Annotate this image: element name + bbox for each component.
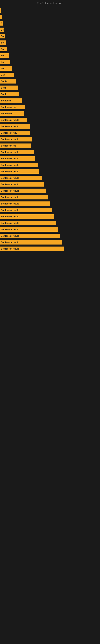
- bar-row: Bott: [0, 72, 100, 78]
- bar-row: Bo: [0, 59, 100, 65]
- bar-row: Bottleneck res: [0, 143, 100, 148]
- site-title: TheBottlenecker.com: [0, 0, 100, 6]
- bar-label-33: Bottleneck result: [1, 215, 19, 218]
- bar-label-32: Bottleneck result: [1, 209, 19, 211]
- bar-22: Bottleneck res: [0, 144, 31, 148]
- bar-19: Bottleneck result: [0, 124, 30, 128]
- bar-28: Bottleneck result: [0, 182, 44, 186]
- bar-3: B: [0, 21, 3, 26]
- bar-label-37: Bottleneck result: [1, 241, 19, 244]
- bars-container: BBoBoBoBoBoBoBotBottBottleBottlBottleBot…: [0, 6, 100, 252]
- bar-24: Bottleneck result: [0, 156, 35, 161]
- bar-row: Bottlenec: [0, 98, 100, 104]
- bar-label-17: Bottleneck: [1, 112, 12, 115]
- bar-label-13: Bottl: [1, 86, 6, 89]
- bar-row: Bottle: [0, 78, 100, 84]
- bar-17: Bottleneck: [0, 111, 24, 116]
- bar-25: Bottleneck result: [0, 163, 38, 167]
- bar-34: Bottleneck result: [0, 221, 56, 225]
- bar-label-38: Bottleneck result: [1, 248, 19, 250]
- bar-row: Bottleneck res: [0, 104, 100, 110]
- bar-label-26: Bottleneck result: [1, 170, 19, 173]
- bar-row: Bottleneck result: [0, 246, 100, 252]
- bar-row: [0, 8, 100, 13]
- bar-label-15: Bottlenec: [1, 100, 11, 102]
- bar-row: Bottleneck result: [0, 182, 100, 187]
- bar-14: Bottle: [0, 92, 19, 96]
- bar-label-34: Bottleneck result: [1, 222, 19, 224]
- bar-row: Bottleneck result: [0, 156, 100, 162]
- bar-label-31: Bottleneck result: [1, 202, 19, 205]
- bar-1: [0, 8, 1, 13]
- bar-label-28: Bottleneck result: [1, 183, 19, 186]
- bar-35: Bottleneck result: [0, 227, 58, 232]
- bar-row: Bottleneck: [0, 111, 100, 116]
- bar-label-6: Bo: [1, 42, 4, 44]
- bar-label-8: Bo: [1, 54, 4, 57]
- bar-row: Bottleneck result: [0, 226, 100, 232]
- bar-32: Bottleneck result: [0, 208, 51, 212]
- bar-2: [0, 15, 1, 19]
- bar-row: Bottleneck result: [0, 220, 100, 226]
- bar-label-4: Bo: [1, 28, 4, 31]
- bar-row: Bottleneck result: [0, 233, 100, 239]
- bar-8: Bo: [0, 53, 9, 58]
- bar-row: Bo: [0, 27, 100, 32]
- bar-label-5: Bo: [1, 35, 4, 38]
- bar-label-27: Bottleneck result: [1, 177, 19, 179]
- bar-row: Bottl: [0, 85, 100, 90]
- bar-29: Bottleneck result: [0, 188, 46, 193]
- bar-label-7: Bo: [1, 48, 4, 50]
- bar-row: Bo: [0, 53, 100, 58]
- bar-label-23: Bottleneck result: [1, 151, 19, 153]
- bar-row: Bottleneck result: [0, 188, 100, 194]
- bar-12: Bottle: [0, 79, 16, 84]
- bar-row: Bot: [0, 66, 100, 71]
- bar-label-19: Bottleneck result: [1, 125, 19, 128]
- bar-37: Bottleneck result: [0, 240, 62, 244]
- bar-row: Bottle: [0, 91, 100, 97]
- bar-label-36: Bottleneck result: [1, 235, 19, 237]
- bar-label-9: Bo: [1, 61, 4, 63]
- bar-33: Bottleneck result: [0, 214, 53, 219]
- bar-row: Bottleneck resu: [0, 130, 100, 136]
- bar-label-29: Bottleneck result: [1, 190, 19, 192]
- bar-label-25: Bottleneck result: [1, 164, 19, 166]
- bar-27: Bottleneck result: [0, 176, 42, 180]
- bar-10: Bot: [0, 66, 12, 71]
- bar-31: Bottleneck result: [0, 202, 50, 206]
- bar-11: Bott: [0, 73, 14, 77]
- bar-36: Bottleneck result: [0, 234, 60, 238]
- bar-row: Bottleneck result: [0, 169, 100, 174]
- bar-13: Bottl: [0, 86, 18, 90]
- bar-label-20: Bottleneck resu: [1, 132, 17, 134]
- bar-row: Bottleneck result: [0, 162, 100, 168]
- bar-7: Bo: [0, 47, 7, 51]
- bar-label-12: Bottle: [1, 80, 7, 82]
- bar-row: Bottleneck result: [0, 175, 100, 181]
- bar-6: Bo: [0, 40, 6, 45]
- bar-row: Bottleneck result: [0, 194, 100, 200]
- bar-label-11: Bott: [1, 74, 5, 76]
- bar-label-14: Bottle: [1, 93, 7, 96]
- bar-38: Bottleneck result: [0, 246, 64, 251]
- bar-label-18: Bottleneck result: [1, 119, 19, 121]
- bar-label-24: Bottleneck result: [1, 158, 19, 160]
- bar-row: Bo: [0, 34, 100, 39]
- bar-26: Bottleneck result: [0, 169, 39, 174]
- bar-row: Bottleneck result: [0, 201, 100, 206]
- bar-16: Bottleneck res: [0, 105, 25, 109]
- bar-row: Bottleneck result: [0, 149, 100, 155]
- bar-label-21: Bottleneck result: [1, 138, 19, 140]
- bar-23: Bottleneck result: [0, 150, 34, 154]
- bar-row: B: [0, 20, 100, 26]
- bar-9: Bo: [0, 60, 10, 64]
- bar-row: Bo: [0, 46, 100, 52]
- bar-label-3: B: [1, 22, 2, 24]
- bar-row: Bottleneck result: [0, 214, 100, 219]
- bar-15: Bottlenec: [0, 98, 22, 103]
- bar-30: Bottleneck result: [0, 195, 48, 200]
- bar-row: Bottleneck result: [0, 240, 100, 245]
- bar-label-16: Bottleneck res: [1, 106, 16, 108]
- bar-row: Bottleneck result: [0, 117, 100, 123]
